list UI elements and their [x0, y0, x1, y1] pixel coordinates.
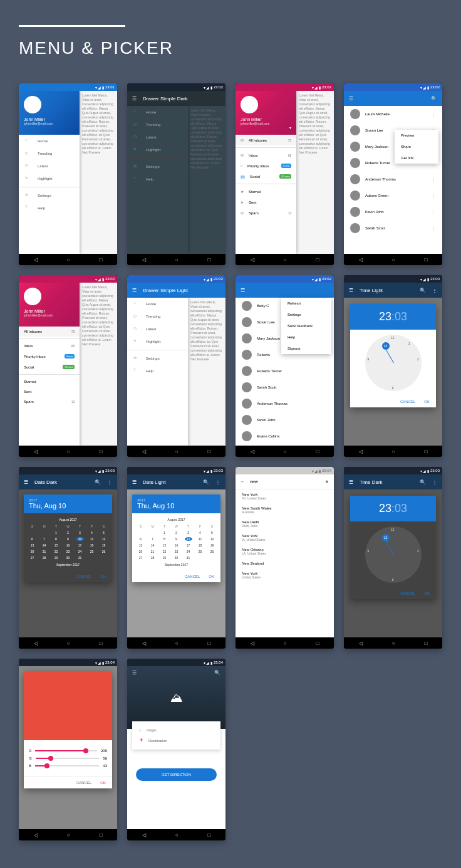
inbox-sent[interactable]: ➤Sent: [236, 197, 296, 207]
menu-item-preview[interactable]: Preview: [395, 130, 438, 141]
drawer-item-home[interactable]: ⌂Home: [127, 298, 188, 310]
drawer-item-latest[interactable]: ◷Latest: [127, 131, 188, 144]
search-result[interactable]: New South WalesAustralia: [236, 503, 334, 517]
cancel-button[interactable]: CANCEL: [185, 575, 200, 578]
selected-day[interactable]: 10: [185, 537, 192, 541]
search-icon[interactable]: 🔍: [214, 670, 220, 676]
search-result[interactable]: New Zealand: [236, 558, 334, 568]
cancel-button[interactable]: CANCEL: [400, 592, 415, 595]
clock-face[interactable]: 23 123 69: [365, 526, 422, 583]
avatar[interactable]: [241, 96, 258, 113]
search-icon[interactable]: 🔍: [420, 479, 426, 485]
ok-button[interactable]: OK: [100, 575, 106, 578]
selected-day[interactable]: 10: [76, 537, 84, 541]
inbox-priority[interactable]: Priority inbox3 new: [19, 351, 80, 362]
contact-row[interactable]: Adams Green⋮: [344, 187, 442, 204]
inbox-starred[interactable]: Starred: [19, 377, 80, 387]
more-icon[interactable]: ⋮: [432, 288, 437, 293]
drawer-item-help[interactable]: ?Help: [127, 173, 188, 186]
inbox-social[interactable]: Social51 new: [19, 362, 80, 372]
more-icon[interactable]: ⋮: [431, 112, 436, 117]
minute[interactable]: 03: [395, 310, 407, 323]
search-result[interactable]: New DelhiDelhi, India: [236, 517, 334, 531]
green-slider[interactable]: [36, 758, 100, 759]
minute[interactable]: 03: [395, 502, 407, 515]
contact-row[interactable]: Kevin John⋮: [344, 204, 442, 220]
contact-row[interactable]: Sarah Scott⋮: [344, 220, 442, 236]
menu-item-help[interactable]: Help: [281, 332, 331, 343]
menu-icon[interactable]: ☰: [349, 479, 353, 485]
drawer-item-settings[interactable]: ⚙Settings: [127, 160, 188, 173]
menu-item-settings[interactable]: Settings: [281, 309, 331, 320]
more-icon[interactable]: ⋮: [107, 479, 112, 485]
hour[interactable]: 23: [379, 310, 391, 323]
inbox-social[interactable]: 👥Social51 new: [236, 171, 296, 182]
inbox-spam[interactable]: Spam13: [19, 397, 80, 407]
menu-item-refresh[interactable]: Refresh: [281, 298, 331, 309]
close-icon[interactable]: ✕: [325, 479, 329, 484]
year[interactable]: 2017: [29, 498, 107, 502]
origin-input[interactable]: ⌂Origin: [136, 725, 217, 735]
more-icon[interactable]: ⋮: [215, 479, 220, 485]
contact-row[interactable]: Roberts Turner: [236, 363, 334, 379]
search-result[interactable]: New YorkUnited States: [236, 568, 334, 582]
menu-icon[interactable]: ☰: [132, 479, 137, 485]
drawer-item-trending[interactable]: ◴Trending: [127, 118, 188, 131]
inbox-inbox[interactable]: ✉Inbox68: [236, 150, 296, 160]
menu-icon[interactable]: ☰: [132, 288, 137, 293]
inbox-inbox[interactable]: Inbox68: [19, 341, 80, 351]
chevron-down-icon[interactable]: ▾: [289, 125, 291, 130]
menu-icon[interactable]: ☰: [241, 288, 245, 293]
search-icon[interactable]: 🔍: [95, 479, 101, 485]
cancel-button[interactable]: CANCEL: [76, 575, 91, 578]
drawer-item-trending[interactable]: ◴Trending: [19, 147, 80, 160]
drawer-item-help[interactable]: ?Help: [127, 365, 188, 377]
menu-item-signout[interactable]: Signout: [281, 343, 331, 354]
contact-row[interactable]: Laura Michelle⋮: [344, 106, 442, 122]
menu-icon[interactable]: ☰: [349, 96, 353, 102]
search-icon[interactable]: 🔍: [420, 288, 426, 293]
menu-icon[interactable]: ☰: [132, 670, 137, 676]
more-icon[interactable]: ⋮: [432, 479, 437, 485]
search-result[interactable]: New YorkNY, United States: [236, 489, 334, 503]
search-result[interactable]: New YorkIA, United States: [236, 531, 334, 545]
search-icon[interactable]: 🔍: [203, 479, 209, 485]
inbox-starred[interactable]: ★Starred: [236, 186, 296, 197]
search-icon[interactable]: 🔍: [431, 96, 437, 102]
contact-row[interactable]: Anderson Thomas⋮: [344, 171, 442, 187]
clock-face[interactable]: 23 121 36 9: [365, 335, 422, 391]
contact-row[interactable]: Sarah Scott: [236, 379, 334, 395]
hour[interactable]: 23: [379, 502, 391, 515]
avatar[interactable]: [24, 288, 41, 305]
menu-icon[interactable]: ☰: [24, 479, 28, 485]
cancel-button[interactable]: CANCEL: [76, 781, 91, 785]
ok-button[interactable]: OK: [209, 575, 214, 578]
red-slider[interactable]: [35, 750, 97, 751]
contact-row[interactable]: Anderson Thomas: [236, 395, 334, 412]
contact-row[interactable]: Kevin John: [236, 412, 334, 428]
drawer-item-highlight[interactable]: ✎Highlight: [19, 172, 80, 185]
ok-button[interactable]: OK: [100, 781, 106, 785]
drawer-item-highlight[interactable]: ✎Highlight: [127, 144, 188, 156]
inbox-spam[interactable]: ⊘Spam13: [236, 207, 296, 218]
menu-icon[interactable]: ☰: [132, 96, 137, 102]
destination-input[interactable]: 📍Destination: [136, 735, 217, 746]
contact-row[interactable]: Evans Collins: [236, 428, 334, 444]
back-icon[interactable]: ←: [241, 479, 245, 484]
ok-button[interactable]: OK: [424, 400, 430, 404]
menu-item-share[interactable]: Share: [395, 141, 438, 152]
inbox-priority[interactable]: ‼Priority inbox3 new: [236, 160, 296, 171]
drawer-item-latest[interactable]: ◷Latest: [127, 323, 188, 335]
avatar[interactable]: [24, 96, 41, 113]
drawer-item-settings[interactable]: ⚙Settings: [127, 352, 188, 365]
drawer-item-help[interactable]: ?Help: [19, 202, 80, 214]
menu-item-feedback[interactable]: Send feedback: [281, 320, 331, 332]
ok-button[interactable]: OK: [424, 592, 430, 595]
inbox-all[interactable]: ✉All inboxes75: [236, 135, 296, 145]
drawer-item-trending[interactable]: ◴Trending: [127, 310, 188, 323]
menu-icon[interactable]: ☰: [349, 288, 353, 293]
search-input[interactable]: new: [250, 479, 320, 484]
drawer-item-home[interactable]: ⌂Home: [127, 106, 188, 118]
cancel-button[interactable]: CANCEL: [400, 400, 415, 404]
menu-item-getlink[interactable]: Get link: [395, 152, 438, 164]
